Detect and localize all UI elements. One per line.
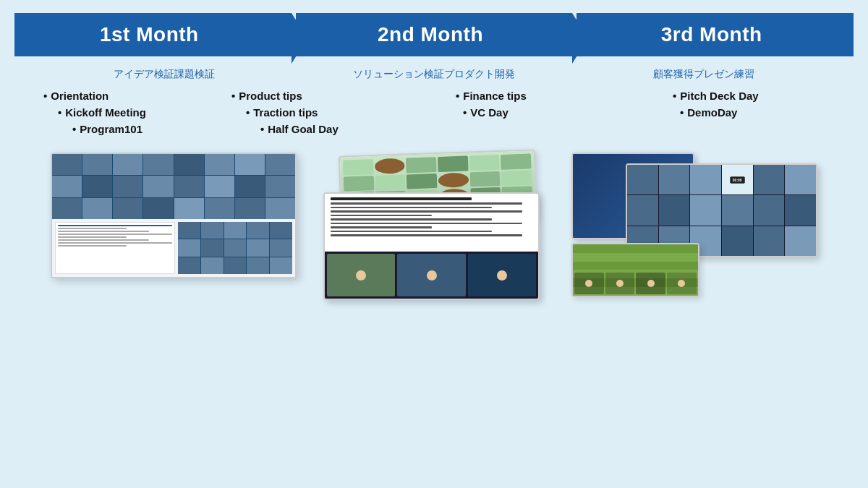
small-face (201, 222, 224, 239)
small-face (270, 257, 292, 274)
face-cell (265, 154, 295, 175)
month3-bullets: Pitch Deck Day DemoDay (629, 90, 846, 123)
m-face (785, 165, 816, 194)
m-face (627, 165, 658, 194)
doc-line (58, 231, 149, 232)
face-cell (174, 154, 204, 175)
small-face (178, 222, 200, 239)
face-cell (52, 198, 82, 219)
m-face (690, 165, 721, 194)
bullet-orientation: Orientation (36, 90, 210, 102)
game-cell (501, 170, 532, 186)
game-cell (438, 156, 468, 172)
month1-video-grid-top (52, 154, 295, 219)
text-line (331, 234, 522, 236)
month2-bullets-right: Finance tips VC Day (405, 90, 629, 123)
bullet-pitch-deck-day: Pitch Deck Day (665, 90, 839, 102)
month1-bullets: Orientation Kickoff Meeting Program101 (22, 90, 217, 140)
people-overlay (573, 271, 698, 296)
face-cell (235, 154, 265, 175)
small-face (247, 257, 269, 274)
month2-front-screenshot (323, 192, 540, 300)
person-shape (356, 270, 366, 281)
sublabel-row: アイデア検証課題検証 ソリューション検証プロダクト開発 顧客獲得プレゼン練習 (22, 68, 846, 81)
m-face (754, 195, 785, 225)
face-cell (205, 154, 234, 175)
doc-content (325, 194, 538, 252)
face-cell (143, 176, 173, 197)
month1-sublabel: アイデア検証課題検証 (29, 68, 299, 81)
game-cell (344, 176, 374, 192)
doc-line (58, 234, 172, 235)
face-cell (265, 198, 295, 219)
face-cell (174, 176, 204, 197)
bullets-row: Orientation Kickoff Meeting Program101 P… (22, 90, 846, 140)
text-line (331, 226, 432, 228)
face-cell (205, 198, 234, 219)
doc-line (58, 236, 127, 238)
doc-line (58, 242, 172, 244)
game-cell (438, 172, 469, 188)
images-row: 4 00:00 (22, 153, 846, 297)
face-cell (235, 198, 265, 219)
doc-line (58, 228, 127, 229)
vc-cell (327, 254, 395, 296)
timer-display: 00:00 (730, 176, 745, 184)
month1-doc-bottom (52, 219, 295, 277)
small-face (270, 222, 292, 239)
small-face (247, 239, 269, 256)
face-cell (235, 176, 265, 197)
bullet-finance-tips: Finance tips (448, 90, 622, 102)
bullet-program101: Program101 (36, 123, 210, 135)
bullet-half-goal-day: Half Goal Day (224, 123, 398, 135)
face-cell (52, 154, 82, 175)
game-cell (375, 174, 405, 190)
m-face (659, 195, 690, 225)
doc-line (58, 225, 172, 226)
text-line (331, 218, 492, 221)
month2-bullets-left: Product tips Traction tips Half Goal Day (217, 90, 405, 140)
doc-line (58, 245, 127, 247)
person-cell (605, 273, 635, 294)
person-shape (497, 270, 507, 281)
game-cell (501, 153, 531, 169)
m-face (785, 226, 816, 256)
face-cell (143, 198, 173, 219)
face-circle (647, 280, 655, 287)
month1-image-block (51, 153, 297, 278)
face-cell (82, 176, 112, 197)
small-face (224, 222, 247, 239)
month2-header: 2nd Month (296, 13, 573, 56)
m-face (754, 226, 785, 256)
face-cell (82, 198, 112, 219)
video-grid-top (52, 154, 295, 219)
game-cell (375, 158, 405, 174)
m-face (722, 195, 753, 225)
face-cell (205, 176, 234, 197)
small-face (178, 257, 200, 274)
m-face (627, 195, 658, 225)
text-line (331, 202, 522, 205)
field-row (573, 253, 698, 262)
text-line (331, 210, 522, 213)
m-face (785, 195, 816, 225)
m-face (754, 165, 785, 194)
month2-title: 2nd Month (378, 23, 483, 46)
face-cell (82, 154, 112, 175)
person-cell (636, 273, 665, 294)
arrow-header-bar: 1st Month 2nd Month 3rd Month (14, 0, 854, 56)
month2-image-block (311, 153, 557, 297)
text-line (331, 231, 492, 233)
video-call-strip (325, 252, 538, 299)
face-circle (616, 280, 624, 287)
m-face (690, 195, 721, 225)
bullet-demo-day: DemoDay (665, 106, 839, 119)
person-cell (574, 273, 604, 294)
face-cell (265, 176, 295, 197)
text-line (331, 207, 492, 209)
m-face-timer: 00:00 (722, 165, 753, 194)
month3-field-screenshot (571, 243, 699, 297)
person-shape (427, 270, 437, 281)
bullet-product-tips: Product tips (224, 90, 398, 102)
month3-sublabel: 顧客獲得プレゼン練習 (569, 68, 839, 81)
